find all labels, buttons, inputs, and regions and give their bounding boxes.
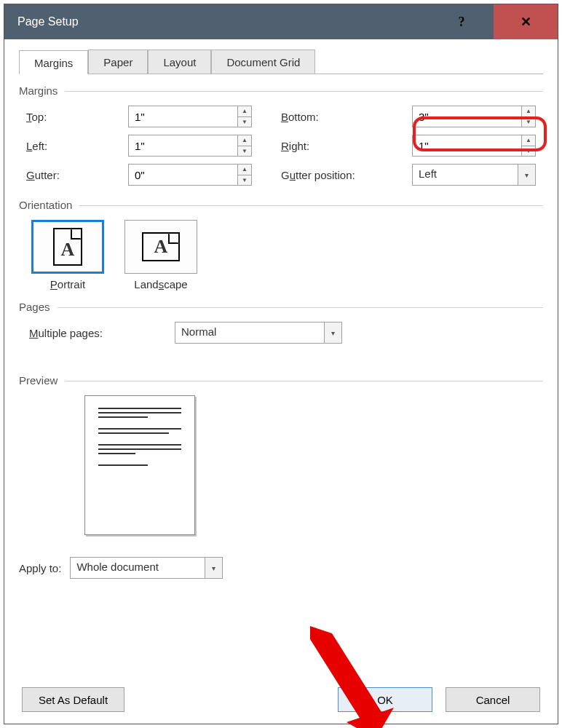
orientation-portrait[interactable]: A Portrait bbox=[29, 220, 106, 290]
bottom-input[interactable] bbox=[413, 106, 521, 127]
section-margins: Margins bbox=[19, 84, 543, 97]
chevron-down-icon[interactable]: ▼ bbox=[238, 175, 251, 186]
multiple-pages-value: Normal bbox=[175, 323, 324, 343]
gutter-pos-value: Left bbox=[413, 165, 518, 185]
left-input[interactable] bbox=[129, 135, 237, 156]
right-input[interactable] bbox=[413, 135, 521, 156]
multiple-pages-label: Multiple pages: bbox=[29, 327, 153, 339]
apply-to-combo[interactable]: Whole document ▾ bbox=[70, 557, 223, 579]
divider bbox=[58, 307, 543, 308]
top-label: Top: bbox=[26, 111, 128, 123]
top-spinner[interactable]: ▲ ▼ bbox=[128, 106, 252, 127]
preview-thumbnail bbox=[84, 395, 195, 535]
margins-grid: Top: ▲ ▼ Bottom: ▲ ▼ Left: bbox=[19, 106, 543, 186]
apply-to-value: Whole document bbox=[71, 558, 205, 578]
section-orientation: Orientation bbox=[19, 199, 543, 211]
right-stepper[interactable]: ▲ ▼ bbox=[521, 135, 535, 156]
section-pages: Pages bbox=[19, 301, 543, 313]
cancel-button[interactable]: Cancel bbox=[446, 687, 540, 712]
page-setup-dialog: Page Setup ? ✕ Margins Paper Layout Docu… bbox=[4, 4, 558, 724]
chevron-down-icon[interactable]: ▾ bbox=[205, 558, 222, 578]
gutter-pos-label: Gutter position: bbox=[281, 169, 412, 181]
gutter-label: Gutter: bbox=[26, 169, 128, 181]
set-as-default-button[interactable]: Set As Default bbox=[22, 687, 124, 712]
section-pages-label: Pages bbox=[19, 301, 58, 313]
chevron-down-icon[interactable]: ▼ bbox=[238, 117, 251, 127]
button-bar: Set As Default OK Cancel bbox=[19, 677, 543, 724]
pages-row: Multiple pages: Normal ▾ bbox=[19, 322, 543, 344]
section-preview-label: Preview bbox=[19, 374, 65, 387]
chevron-down-icon[interactable]: ▼ bbox=[522, 146, 535, 157]
chevron-up-icon[interactable]: ▲ bbox=[238, 106, 251, 117]
section-margins-label: Margins bbox=[19, 84, 65, 97]
tab-layout[interactable]: Layout bbox=[148, 50, 211, 74]
close-button[interactable]: ✕ bbox=[494, 4, 558, 39]
right-label: Right: bbox=[281, 140, 412, 152]
apply-to-label: Apply to: bbox=[19, 562, 61, 574]
bottom-label: Bottom: bbox=[281, 111, 412, 123]
divider bbox=[65, 381, 543, 381]
tab-document-grid[interactable]: Document Grid bbox=[211, 50, 315, 74]
divider bbox=[79, 205, 543, 206]
ok-button[interactable]: OK bbox=[338, 687, 432, 712]
gutter-pos-combo[interactable]: Left ▾ bbox=[412, 164, 536, 186]
chevron-up-icon[interactable]: ▲ bbox=[522, 135, 535, 146]
orientation-row: A Portrait A Landscape bbox=[19, 220, 543, 290]
gutter-spinner[interactable]: ▲ ▼ bbox=[128, 164, 252, 186]
left-stepper[interactable]: ▲ ▼ bbox=[237, 135, 251, 156]
top-input[interactable] bbox=[129, 106, 237, 127]
landscape-icon: A bbox=[124, 220, 197, 274]
gutter-input[interactable] bbox=[129, 165, 237, 185]
tab-paper[interactable]: Paper bbox=[88, 50, 148, 74]
chevron-down-icon[interactable]: ▾ bbox=[324, 323, 341, 343]
apply-to-row: Apply to: Whole document ▾ bbox=[19, 557, 543, 579]
gutter-stepper[interactable]: ▲ ▼ bbox=[237, 165, 251, 185]
tab-strip: Margins Paper Layout Document Grid bbox=[19, 50, 543, 74]
dialog-body: Margins Paper Layout Document Grid Margi… bbox=[4, 39, 558, 724]
bottom-spinner[interactable]: ▲ ▼ bbox=[412, 106, 536, 127]
orientation-landscape[interactable]: A Landscape bbox=[122, 220, 199, 290]
right-spinner[interactable]: ▲ ▼ bbox=[412, 135, 536, 157]
portrait-icon: A bbox=[31, 220, 104, 274]
portrait-label: Portrait bbox=[50, 278, 85, 290]
close-icon: ✕ bbox=[521, 14, 531, 30]
dialog-title: Page Setup bbox=[4, 15, 430, 28]
titlebar: Page Setup ? ✕ bbox=[4, 4, 558, 39]
chevron-up-icon[interactable]: ▲ bbox=[238, 165, 251, 175]
divider bbox=[65, 91, 543, 92]
chevron-down-icon[interactable]: ▼ bbox=[238, 146, 251, 157]
tab-margins[interactable]: Margins bbox=[19, 50, 88, 74]
section-preview: Preview bbox=[19, 374, 543, 387]
left-spinner[interactable]: ▲ ▼ bbox=[128, 135, 252, 157]
chevron-down-icon[interactable]: ▾ bbox=[518, 165, 535, 185]
chevron-down-icon[interactable]: ▼ bbox=[522, 117, 535, 127]
section-orientation-label: Orientation bbox=[19, 199, 79, 211]
chevron-up-icon[interactable]: ▲ bbox=[238, 135, 251, 146]
multiple-pages-combo[interactable]: Normal ▾ bbox=[175, 322, 342, 344]
help-button[interactable]: ? bbox=[430, 4, 494, 39]
left-label: Left: bbox=[26, 140, 128, 152]
top-stepper[interactable]: ▲ ▼ bbox=[237, 106, 251, 127]
bottom-stepper[interactable]: ▲ ▼ bbox=[521, 106, 535, 127]
landscape-label: Landscape bbox=[134, 278, 187, 290]
chevron-up-icon[interactable]: ▲ bbox=[522, 106, 535, 117]
